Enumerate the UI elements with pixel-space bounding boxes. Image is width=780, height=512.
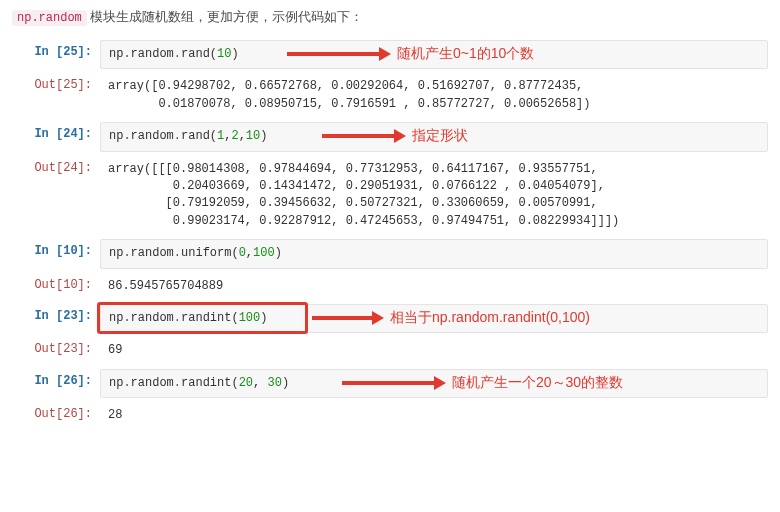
output-cell: Out[26]:28 <box>12 402 768 429</box>
in-prompt: In [23]: <box>12 304 100 323</box>
out-prompt: Out[26]: <box>12 402 100 421</box>
input-cell: In [24]:np.random.rand(1,2,10)指定形状 <box>12 122 768 151</box>
out-prompt: Out[23]: <box>12 337 100 356</box>
code-output: array([[[0.98014308, 0.97844694, 0.77312… <box>100 156 768 236</box>
in-prompt: In [25]: <box>12 40 100 59</box>
in-prompt: In [26]: <box>12 369 100 388</box>
in-prompt: In [24]: <box>12 122 100 141</box>
out-prompt: Out[24]: <box>12 156 100 175</box>
out-prompt: Out[10]: <box>12 273 100 292</box>
code-output: 86.5945765704889 <box>100 273 768 300</box>
input-cell: In [23]:np.random.randint(100)相当于np.rand… <box>12 304 768 333</box>
intro-code: np.random <box>12 10 87 26</box>
code-input[interactable]: np.random.rand(1,2,10) <box>100 122 768 151</box>
code-input[interactable]: np.random.uniform(0,100) <box>100 239 768 268</box>
output-cell: Out[24]:array([[[0.98014308, 0.97844694,… <box>12 156 768 236</box>
code-input[interactable]: np.random.rand(10) <box>100 40 768 69</box>
code-input[interactable]: np.random.randint(20, 30) <box>100 369 768 398</box>
input-cell: In [25]:np.random.rand(10)随机产生0~1的10个数 <box>12 40 768 69</box>
out-prompt: Out[25]: <box>12 73 100 92</box>
input-cell: In [26]:np.random.randint(20, 30)随机产生一个2… <box>12 369 768 398</box>
output-cell: Out[25]:array([0.94298702, 0.66572768, 0… <box>12 73 768 118</box>
intro-rest: 模块生成随机数组，更加方便，示例代码如下： <box>87 9 364 24</box>
in-prompt: In [10]: <box>12 239 100 258</box>
code-output: 28 <box>100 402 768 429</box>
input-cell: In [10]:np.random.uniform(0,100) <box>12 239 768 268</box>
output-cell: Out[10]:86.5945765704889 <box>12 273 768 300</box>
code-output: array([0.94298702, 0.66572768, 0.0029206… <box>100 73 768 118</box>
intro-text: np.random 模块生成随机数组，更加方便，示例代码如下： <box>12 8 768 26</box>
code-output: 69 <box>100 337 768 364</box>
code-input[interactable]: np.random.randint(100) <box>100 304 768 333</box>
output-cell: Out[23]:69 <box>12 337 768 364</box>
